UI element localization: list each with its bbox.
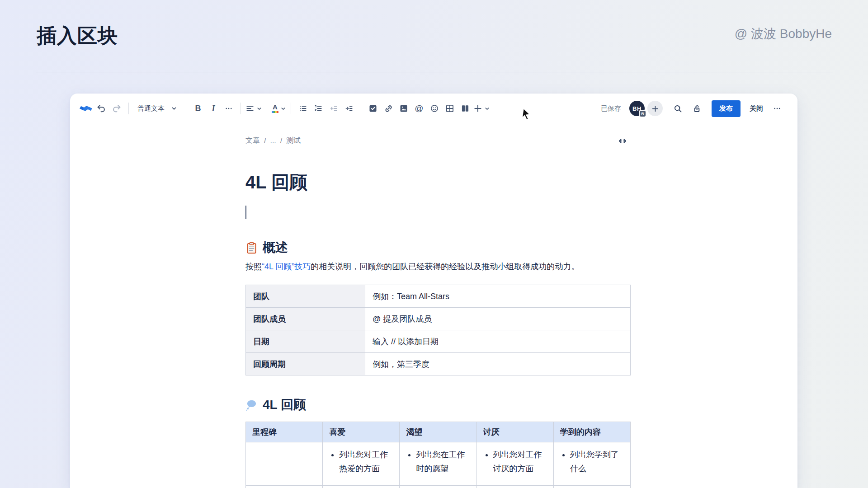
text-color-dropdown[interactable]: A <box>272 101 286 116</box>
info-table: 团队 例如：Team All-Stars 团队成员 @ 提及团队成员 日期 输入… <box>245 285 631 375</box>
chevron-down-icon <box>171 105 177 112</box>
search-icon[interactable] <box>670 101 685 116</box>
breadcrumb-item[interactable]: ... <box>270 137 276 145</box>
toolbar-separator <box>186 103 186 114</box>
user-name: @ 波波 BobbyHe <box>735 25 832 42</box>
retro-cell[interactable]: 列出您在工作时的愿望 <box>400 442 476 486</box>
info-label-cell[interactable]: 团队成员 <box>246 308 365 330</box>
retro-cell-empty[interactable] <box>400 486 476 488</box>
toolbar-separator <box>128 103 129 114</box>
redo-icon[interactable] <box>109 101 124 116</box>
retro-header-cell[interactable]: 渴望 <box>400 422 476 442</box>
breadcrumb: 文章 / ... / 测试 <box>245 136 301 145</box>
overview-paragraph: 按照“4L 回顾”技巧的相关说明，回顾您的团队已经获得的经验以及推动小组取得成功… <box>245 261 631 273</box>
saved-status: 已保存 <box>601 104 621 113</box>
retro-header-cell[interactable]: 喜爱 <box>323 422 400 442</box>
add-collaborator-button[interactable] <box>647 101 663 116</box>
align-dropdown[interactable] <box>245 101 262 116</box>
outdent-icon[interactable] <box>326 101 341 116</box>
retro-technique-link[interactable]: “4L 回顾”技巧 <box>262 262 311 271</box>
retro-header-cell[interactable]: 学到的内容 <box>553 422 630 442</box>
document-title[interactable]: 4L 回顾 <box>245 170 631 195</box>
image-icon[interactable] <box>396 101 411 116</box>
bold-button[interactable]: B <box>191 101 205 116</box>
table-row: 日期 输入 // 以添加日期 <box>246 330 631 353</box>
toolbar-separator <box>241 103 241 114</box>
header-divider <box>36 72 833 72</box>
italic-button[interactable]: I <box>206 101 221 116</box>
retro-heading-text: 4L 回顾 <box>263 396 306 413</box>
list-item: 列出您在工作时的愿望 <box>416 448 472 475</box>
retro-cell[interactable]: 列出您对工作讨厌的方面 <box>476 442 553 486</box>
toolbar-separator <box>267 103 267 114</box>
breadcrumb-item[interactable]: 测试 <box>286 136 301 145</box>
info-value-cell[interactable]: 例如，第三季度 <box>365 353 631 375</box>
toolbar-right: 已保存 BH B 发布 关闭 <box>601 100 788 117</box>
more-options-icon[interactable] <box>769 101 785 116</box>
retro-table: 里程碑 喜爱 渴望 讨厌 学到的内容 列出您对工作热爱的方面 列出您在工作时的愿… <box>245 422 631 488</box>
retro-cell-empty[interactable] <box>323 486 400 488</box>
toolbar-separator <box>361 103 361 114</box>
table-header-row: 里程碑 喜爱 渴望 讨厌 学到的内容 <box>246 422 631 442</box>
retro-cell-empty[interactable] <box>553 486 630 488</box>
layout-columns-icon[interactable] <box>458 101 472 116</box>
indent-icon[interactable] <box>342 101 356 116</box>
numbered-list-icon[interactable] <box>311 101 326 116</box>
link-icon[interactable] <box>381 101 396 116</box>
task-checkbox-icon[interactable] <box>366 101 380 116</box>
mention-icon[interactable]: @ <box>412 101 426 116</box>
text-caret <box>245 206 246 219</box>
info-label-cell[interactable]: 团队 <box>246 285 365 308</box>
info-label-cell[interactable]: 日期 <box>246 330 365 353</box>
breadcrumb-separator: / <box>264 137 266 145</box>
breadcrumb-item[interactable]: 文章 <box>245 136 260 145</box>
publish-button[interactable]: 发布 <box>712 100 741 117</box>
retro-cell-empty[interactable] <box>246 442 323 486</box>
retro-cell-empty[interactable] <box>476 486 553 488</box>
overview-heading: 概述 <box>245 239 631 256</box>
info-label-cell[interactable]: 回顾周期 <box>246 353 365 375</box>
retro-header-cell[interactable]: 里程碑 <box>246 422 323 442</box>
paragraph-text: 按照 <box>245 262 262 271</box>
list-item: 列出您对工作热爱的方面 <box>339 448 395 475</box>
retro-cell[interactable]: 列出您对工作热爱的方面 <box>323 442 400 486</box>
retro-cell[interactable]: 列出您学到了什么 <box>553 442 630 486</box>
text-style-dropdown[interactable]: 普通文本 <box>133 101 182 116</box>
avatar[interactable]: BH B <box>629 101 645 116</box>
document-content: 文章 / ... / 测试 4L 回顾 概述 按照“4L 回顾”技巧的相关说明，… <box>245 136 631 488</box>
insert-plus-dropdown[interactable] <box>473 101 490 116</box>
table-row <box>246 486 631 488</box>
chevron-down-icon <box>256 106 262 112</box>
retro-heading: 4L 回顾 <box>245 396 631 413</box>
info-value-cell[interactable]: @ 提及团队成员 <box>365 308 631 330</box>
page-title: 插入区块 <box>37 23 118 49</box>
retro-cell-empty[interactable] <box>246 486 323 488</box>
editor-toolbar: 普通文本 B I A <box>70 94 797 123</box>
table-icon[interactable] <box>443 101 457 116</box>
confluence-logo[interactable] <box>79 101 93 116</box>
editor-card: 普通文本 B I A <box>70 94 797 488</box>
breadcrumb-separator: / <box>280 137 282 145</box>
thought-balloon-emoji-icon <box>245 399 258 411</box>
table-row: 列出您对工作热爱的方面 列出您在工作时的愿望 列出您对工作讨厌的方面 列出您学到… <box>246 442 631 486</box>
toggle-width-icon[interactable] <box>618 136 627 145</box>
chevron-down-icon <box>280 106 286 112</box>
text-style-label: 普通文本 <box>137 104 165 113</box>
retro-header-cell[interactable]: 讨厌 <box>476 422 553 442</box>
paragraph-text: 的相关说明，回顾您的团队已经获得的经验以及推动小组取得成功的动力。 <box>311 262 579 271</box>
table-row: 团队 例如：Team All-Stars <box>246 285 631 308</box>
undo-icon[interactable] <box>94 101 108 116</box>
close-button[interactable]: 关闭 <box>745 100 768 117</box>
table-row: 回顾周期 例如，第三季度 <box>246 353 631 375</box>
clipboard-emoji-icon <box>245 242 258 254</box>
list-item: 列出您学到了什么 <box>570 448 626 475</box>
emoji-icon[interactable] <box>427 101 442 116</box>
info-value-cell[interactable]: 例如：Team All-Stars <box>365 285 631 308</box>
more-formatting-icon[interactable] <box>222 101 236 116</box>
info-value-cell[interactable]: 输入 // 以添加日期 <box>365 330 631 353</box>
text-color-glyph: A <box>273 104 278 110</box>
text-color-bar <box>272 111 278 113</box>
bullet-list-icon[interactable] <box>296 101 310 116</box>
table-row: 团队成员 @ 提及团队成员 <box>246 308 631 330</box>
unlock-icon[interactable] <box>689 101 704 116</box>
